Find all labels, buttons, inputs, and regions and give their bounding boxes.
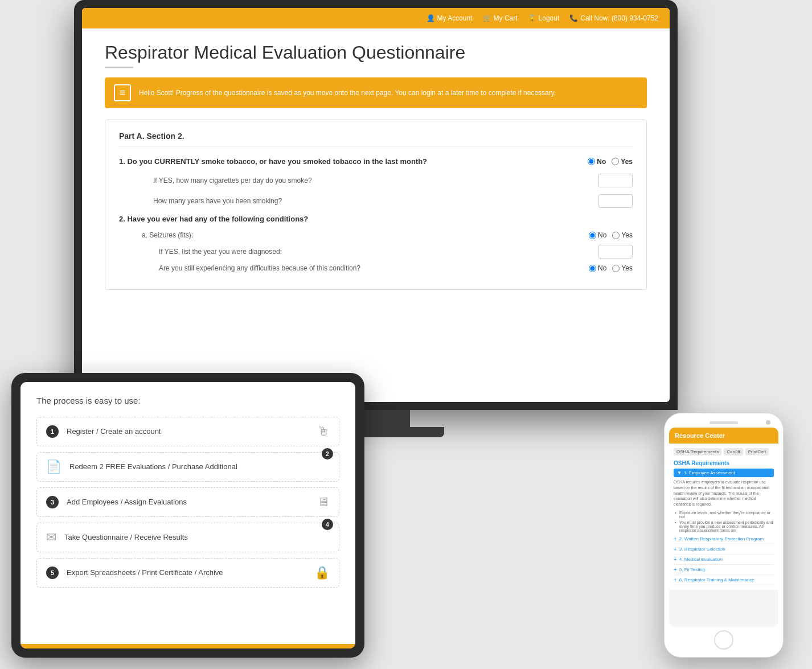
monitor-content: Respirator Medical Evaluation Questionna… [82, 28, 670, 303]
phone-screen: Resource Center OSHA Requirements Cardif… [669, 428, 778, 627]
step-3-text: Add Employees / Assign Evaluations [67, 497, 311, 507]
tab-osha[interactable]: OSHA Requirements [674, 448, 721, 455]
logout-nav[interactable]: 🔓 Logout [528, 14, 560, 22]
phone-speaker [710, 421, 738, 424]
tablet-body: The process is easy to use: 1 Register /… [11, 373, 364, 658]
question-1-radio: No Yes [588, 158, 633, 166]
q2a-diagnosed: If YES, list the year you were diagnosed… [159, 245, 633, 258]
alert-icon: ≡ [114, 84, 131, 101]
my-account-nav[interactable]: 👤 My Account [426, 14, 473, 22]
tablet-device: The process is easy to use: 1 Register /… [11, 373, 364, 658]
phone-body: Resource Center OSHA Requirements Cardif… [664, 413, 784, 658]
step-5: 5 Export Spreadsheets / Print Certificat… [36, 558, 339, 588]
logout-icon: 🔓 [528, 14, 536, 22]
q1-no-label[interactable]: No [588, 158, 606, 166]
plus-icon-4: + [674, 567, 677, 573]
phone-expand-4[interactable]: + 5. Fit Testing [674, 565, 774, 575]
step-4-text: Take Questionnaire / Receive Results [64, 532, 330, 543]
page-title: Respirator Medical Evaluation Questionna… [105, 42, 647, 63]
phone-expand-5[interactable]: + 6. Respirator Training & Maintenance [674, 575, 774, 585]
my-cart-nav[interactable]: 🛒 My Cart [483, 14, 518, 22]
step-3-number: 3 [46, 496, 59, 508]
q1-sub1-input[interactable] [598, 174, 633, 187]
q1-sub2-text: How many years have you been smoking? [153, 197, 282, 205]
q2a-diagnosed-input[interactable] [598, 245, 633, 258]
phone-title: Resource Center [675, 432, 725, 439]
monitor-icon: 🖥 [317, 495, 330, 510]
document-icon: 📄 [46, 459, 61, 474]
monitor-topbar: 👤 My Account 🛒 My Cart 🔓 Logout 📞 Call N… [82, 8, 670, 28]
q2a-difficulties-radio: No Yes [589, 264, 633, 272]
step-1: 1 Register / Create an account 🖱 [36, 417, 339, 446]
step-2: 📄 Redeem 2 FREE Evaluations / Purchase A… [36, 452, 339, 482]
phone-home-button[interactable] [714, 630, 733, 650]
q2a-yes-label[interactable]: Yes [612, 231, 633, 239]
phone-camera [766, 420, 770, 425]
phone-active-item[interactable]: ▼ 1. Employee Assessment [674, 469, 774, 477]
monitor-body: 👤 My Account 🛒 My Cart 🔓 Logout 📞 Call N… [74, 0, 678, 410]
q2a-no-radio[interactable] [589, 232, 596, 239]
phone-section-title: OSHA Requirements [674, 460, 774, 466]
q2a-no-label[interactable]: No [589, 231, 606, 239]
difficulties-no-label[interactable]: No [589, 264, 606, 272]
questionnaire-form: Part A. Section 2. 1. Do you CURRENTLY s… [105, 120, 647, 290]
step-2-number: 2 [322, 448, 333, 459]
user-icon: 👤 [426, 14, 435, 22]
step-4-number: 4 [322, 519, 333, 530]
envelope-icon: ✉ [46, 530, 56, 545]
phone-bullet-2: You must provide a new assessment period… [674, 520, 774, 532]
tab-cardiff[interactable]: Cardiff [724, 448, 743, 455]
alert-text: Hello Scott! Progress of the questionnai… [139, 89, 556, 97]
difficulties-yes-label[interactable]: Yes [612, 264, 633, 272]
q2a-yes-radio[interactable] [612, 232, 620, 239]
step-5-text: Export Spreadsheets / Print Certificate … [67, 568, 309, 578]
phone-device: Resource Center OSHA Requirements Cardif… [664, 413, 784, 658]
q1-sub1: If YES, how many cigarettes per day do y… [153, 174, 633, 187]
plus-icon-2: + [674, 546, 677, 552]
cart-icon: 🛒 [483, 14, 491, 22]
phone-bullet-1: Exposure levels, and whether they're com… [674, 511, 774, 519]
q2a-difficulties-text: Are you still experiencing any difficult… [159, 264, 360, 272]
plus-icon-5: + [674, 577, 677, 583]
call-now-nav[interactable]: 📞 Call Now: (800) 934-0752 [569, 14, 658, 22]
title-underline [105, 67, 133, 68]
step-1-number: 1 [46, 425, 59, 438]
section-title: Part A. Section 2. [119, 132, 633, 147]
phone-expand-2[interactable]: + 3. Respirator Selection [674, 544, 774, 555]
step-4: ✉ Take Questionnaire / Receive Results 4 [36, 523, 339, 552]
difficulties-no-radio[interactable] [589, 265, 596, 272]
q1-no-radio[interactable] [588, 158, 595, 165]
question-1-text: 1. Do you CURRENTLY smoke tobacco, or ha… [119, 157, 588, 166]
phone-topbar: Resource Center [669, 428, 778, 444]
q1-yes-label[interactable]: Yes [612, 158, 633, 166]
monitor-screen: 👤 My Account 🛒 My Cart 🔓 Logout 📞 Call N… [82, 8, 670, 402]
q2a-diagnosed-text: If YES, list the year you were diagnosed… [159, 248, 282, 256]
tablet-intro-text: The process is easy to use: [36, 396, 339, 405]
phone-description: OSHA requires employers to evaluate resp… [674, 479, 774, 507]
scene: 👤 My Account 🛒 My Cart 🔓 Logout 📞 Call N… [0, 0, 812, 669]
q1-sub1-text: If YES, how many cigarettes per day do y… [153, 177, 312, 184]
difficulties-yes-radio[interactable] [612, 265, 620, 272]
q1-sub2-input[interactable] [598, 194, 633, 208]
tab-printcert[interactable]: PrintCert [745, 448, 769, 455]
desktop-monitor: 👤 My Account 🛒 My Cart 🔓 Logout 📞 Call N… [74, 0, 678, 433]
phone-expand-3[interactable]: + 4. Medical Evaluation [674, 555, 774, 565]
plus-icon-3: + [674, 556, 677, 563]
expand-arrow-icon: ▼ [677, 470, 682, 475]
q1-yes-radio[interactable] [612, 158, 619, 165]
question-2a-radio: No Yes [589, 231, 633, 239]
question-2a-text: a. Seizures (fits): [142, 231, 193, 239]
phone-icon: 📞 [569, 14, 578, 22]
step-2-text: Redeem 2 FREE Evaluations / Purchase Add… [69, 462, 330, 472]
question-2-text: 2. Have you ever had any of the followin… [119, 215, 308, 223]
tablet-content: The process is easy to use: 1 Register /… [20, 382, 355, 607]
alert-banner: ≡ Hello Scott! Progress of the questionn… [105, 77, 647, 108]
phone-expand-1[interactable]: + 2. Written Respiratory Protection Prog… [674, 534, 774, 544]
step-1-text: Register / Create an account [67, 426, 311, 437]
plus-icon-1: + [674, 536, 677, 542]
question-1: 1. Do you CURRENTLY smoke tobacco, or ha… [119, 157, 633, 166]
question-2a: a. Seizures (fits): No Yes [142, 231, 633, 239]
question-2: 2. Have you ever had any of the followin… [119, 215, 633, 223]
tablet-bottom-bar [20, 644, 355, 649]
tablet-screen: The process is easy to use: 1 Register /… [20, 382, 355, 649]
